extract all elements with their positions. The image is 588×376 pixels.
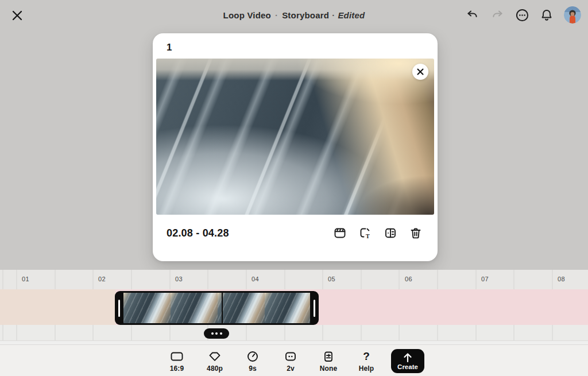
duration-value: 9s: [249, 365, 257, 373]
video-track-lead-segment: [0, 289, 115, 325]
timeline: 01 02 03 04 05 06 07 08: [0, 270, 588, 344]
variations-icon: [284, 350, 297, 363]
title-separator: ·: [275, 10, 278, 20]
scene-preview-image: [156, 59, 434, 215]
aspect-ratio-icon: [170, 350, 184, 363]
delete-scene-button[interactable]: [409, 226, 423, 240]
scene-text-icon: T: [358, 226, 372, 240]
more-options-button[interactable]: [514, 7, 529, 22]
flip-compare-button[interactable]: [384, 226, 397, 240]
redo-button[interactable]: [490, 7, 505, 22]
clapperboard-icon: [333, 226, 347, 240]
arrow-up-icon: [402, 352, 413, 363]
variations-value: 2v: [287, 365, 295, 373]
help-label: Help: [359, 365, 374, 373]
edit-text-button[interactable]: T: [358, 226, 372, 240]
audio-value: None: [320, 365, 337, 373]
scene-number: 1: [153, 33, 438, 59]
ellipsis-icon: [220, 332, 222, 335]
help-button[interactable]: ? Help: [353, 350, 380, 373]
ellipsis-icon: [211, 332, 214, 335]
clip-more-options-pill[interactable]: [204, 328, 229, 339]
create-button[interactable]: Create: [391, 349, 424, 373]
quality-value: 480p: [207, 365, 223, 373]
ruler-label: 01: [22, 276, 29, 282]
topbar-actions: [465, 6, 581, 24]
ruler-label: 05: [328, 276, 335, 282]
duration-timer-icon: [246, 350, 260, 363]
audio-setting[interactable]: None: [315, 350, 342, 373]
undo-button[interactable]: [465, 7, 480, 22]
ruler-label: 08: [558, 276, 565, 282]
top-bar: Loop Video·Storyboard·Edited: [0, 0, 588, 30]
clip-segment-divider: [222, 293, 223, 323]
clip-trim-handle-right[interactable]: [310, 293, 319, 323]
variations-setting[interactable]: 2v: [277, 350, 304, 373]
clip-time-range: 02.08 - 04.28: [167, 227, 229, 239]
redo-icon: [490, 8, 504, 22]
view-name: Storyboard: [282, 10, 329, 20]
trash-icon: [409, 226, 423, 240]
ellipsis-icon: [215, 332, 218, 335]
quality-gem-icon: [208, 350, 222, 363]
aspect-ratio-setting[interactable]: 16:9: [164, 350, 190, 373]
notifications-button[interactable]: [539, 7, 554, 22]
more-options-icon: [515, 8, 529, 22]
help-icon: ?: [363, 350, 370, 363]
secondary-track-row[interactable]: [0, 325, 588, 340]
scene-footer: 02.08 - 04.28 T: [153, 215, 438, 251]
track-row-spacer: [0, 340, 588, 344]
timeline-ruler[interactable]: 01 02 03 04 05 06 07 08: [0, 270, 588, 289]
ruler-label: 07: [481, 276, 489, 282]
close-scene-button[interactable]: [412, 64, 428, 80]
trim-bar-icon: [314, 300, 316, 317]
trim-bar-icon: [118, 300, 121, 317]
duration-setting[interactable]: 9s: [239, 350, 266, 373]
settings-toolbar: 16:9 480p 9s 2v None ? Help Create: [0, 344, 588, 376]
edited-status: Edited: [338, 10, 365, 20]
clip-trim-handle-left[interactable]: [115, 293, 123, 323]
svg-text:T: T: [366, 233, 370, 239]
ruler-label: 04: [252, 276, 259, 282]
ruler-label: 02: [98, 276, 106, 282]
user-avatar[interactable]: [564, 6, 581, 24]
scene-detail-card: 1 02.08 - 04.28 T: [153, 33, 438, 261]
ruler-label: 03: [175, 276, 183, 282]
title-separator: ·: [332, 10, 335, 20]
audio-none-icon: [322, 350, 335, 363]
notifications-bell-icon: [540, 8, 554, 22]
selected-video-clip[interactable]: [115, 291, 319, 325]
ruler-label: 06: [405, 276, 412, 282]
flip-pages-icon: [384, 226, 397, 240]
project-name: Loop Video: [223, 10, 271, 20]
scene-actions: T: [333, 226, 423, 240]
aspect-ratio-value: 16:9: [170, 365, 184, 373]
undo-icon: [466, 8, 479, 22]
quality-setting[interactable]: 480p: [202, 350, 228, 373]
media-button[interactable]: [333, 226, 347, 240]
create-label: Create: [397, 363, 418, 370]
close-icon: [417, 68, 424, 75]
clip-thumbnails[interactable]: [123, 293, 310, 323]
